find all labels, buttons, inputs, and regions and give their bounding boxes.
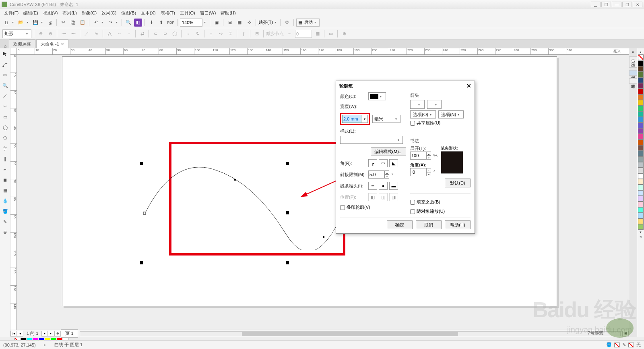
angle-input[interactable] <box>410 168 426 176</box>
page-tab-1[interactable]: 页 1 <box>61 329 78 338</box>
menu-window[interactable]: 窗口(W) <box>198 9 219 17</box>
arrow-options-right[interactable]: 选项(N)▾ <box>438 110 464 118</box>
color-swatch[interactable] <box>638 168 644 173</box>
round-cap-icon[interactable]: ● <box>379 182 388 190</box>
close-tab-icon[interactable]: ✕ <box>61 42 64 46</box>
ruler-origin[interactable] <box>10 48 17 55</box>
menu-bitmaps[interactable]: 位图(B) <box>119 9 138 17</box>
eyedropper-tool-icon[interactable]: 💧 <box>1 197 9 205</box>
docker-expand-icon[interactable]: « <box>632 50 634 54</box>
color-swatch[interactable] <box>638 202 644 207</box>
miter-corner-icon[interactable]: ┏ <box>368 159 377 167</box>
tab-doc1[interactable]: 未命名 -1✕ <box>36 39 68 48</box>
miter-limit-spinner[interactable]: ▴▾ <box>368 170 389 179</box>
palette-down-icon[interactable]: ▾ <box>640 230 642 234</box>
parallel-dim-icon[interactable]: ∥ <box>1 155 9 163</box>
align-nodes-icon[interactable]: ≡ <box>207 30 215 38</box>
menu-object[interactable]: 对象(C) <box>79 9 99 17</box>
home-icon[interactable]: ⌂ <box>2 44 9 48</box>
minimize-button[interactable]: — <box>612 2 621 7</box>
help-button[interactable]: 帮助(H) <box>445 220 471 229</box>
end-arrow-dropdown[interactable]: —▾ <box>427 100 442 109</box>
node-edit-mode-dropdown[interactable]: 矩形▾ <box>2 29 31 38</box>
paste-icon[interactable]: 📋 <box>78 19 87 27</box>
restore-group-button[interactable]: ❐ <box>601 2 611 7</box>
cut-icon[interactable]: ✂ <box>59 19 67 27</box>
dialog-close-icon[interactable]: ✕ <box>466 83 471 89</box>
color-swatch[interactable] <box>638 89 644 94</box>
selection-handle[interactable] <box>140 261 143 264</box>
close-button[interactable]: ✕ <box>633 2 642 7</box>
menu-tools[interactable]: 工具(O) <box>178 9 198 17</box>
reflect-v-icon[interactable]: ⇕ <box>226 30 234 38</box>
curve-node[interactable] <box>234 179 236 181</box>
extend-curve-icon[interactable]: ⊂ <box>151 30 159 38</box>
connector-tool-icon[interactable]: ⌐ <box>1 165 9 173</box>
polygon-tool-icon[interactable]: ⬠ <box>1 134 9 142</box>
overprint-checkbox[interactable]: 叠印轮廓(V) <box>340 204 406 210</box>
artistic-media-icon[interactable]: 〰 <box>1 102 9 110</box>
color-swatch[interactable] <box>638 190 644 196</box>
curve-node[interactable] <box>323 236 324 238</box>
line-style-dropdown[interactable]: ▾ <box>340 136 403 144</box>
start-arrow-dropdown[interactable]: —▾ <box>410 100 425 109</box>
menu-effects[interactable]: 效果(C) <box>99 9 119 17</box>
palette-up-icon[interactable]: ▴ <box>640 50 642 54</box>
stretch-input[interactable] <box>410 152 426 160</box>
palette-flyout-icon[interactable]: ◂ <box>640 235 642 239</box>
export-icon[interactable]: ⬆ <box>157 19 165 27</box>
selection-handle[interactable] <box>286 261 289 264</box>
guidelines-icon[interactable]: ⊹ <box>245 19 253 27</box>
quick-custom-icon[interactable]: ⊕ <box>340 30 348 38</box>
symm-node-icon[interactable]: ⌢ <box>125 30 133 38</box>
outline-color-dropdown[interactable]: ▾ <box>368 92 386 100</box>
round-corner-icon[interactable]: ◠ <box>379 159 388 167</box>
color-swatch[interactable] <box>638 94 644 100</box>
menu-table[interactable]: 表格(T) <box>158 9 178 17</box>
outline-width-input[interactable] <box>342 115 361 123</box>
first-page-icon[interactable]: |◂ <box>10 331 17 337</box>
color-swatch[interactable] <box>638 224 644 230</box>
search-icon[interactable]: 🔍 <box>124 19 132 27</box>
rectangle-tool-icon[interactable]: ▭ <box>1 113 9 121</box>
menu-text[interactable]: 文本(X) <box>138 9 158 17</box>
no-color-swatch[interactable] <box>638 54 644 60</box>
width-unit-dropdown[interactable]: 毫米▾ <box>372 115 400 123</box>
minimize-group-button[interactable]: ▁ <box>591 2 601 7</box>
next-page-icon[interactable]: ▸ <box>41 331 48 337</box>
selection-handle[interactable] <box>140 162 143 165</box>
prev-page-icon[interactable]: ◂ <box>17 331 23 337</box>
zoom-tool-icon[interactable]: 🔍 <box>1 81 9 89</box>
square-cap-icon[interactable]: ▬ <box>389 182 398 190</box>
undo-icon[interactable]: ↶ <box>92 19 100 27</box>
to-line-icon[interactable]: ／ <box>83 30 91 38</box>
color-swatch[interactable] <box>638 145 644 151</box>
ellipse-tool-icon[interactable]: ◯ <box>1 123 9 131</box>
color-swatch[interactable] <box>638 162 644 168</box>
launcher-dropdown[interactable]: ▤ 启动 ▾ <box>296 19 320 27</box>
color-swatch[interactable] <box>638 123 644 128</box>
bevel-corner-icon[interactable]: ◣ <box>389 159 398 167</box>
menu-edit[interactable]: 编辑(E) <box>21 9 41 17</box>
new-icon[interactable]: 🗋 <box>2 19 10 27</box>
color-swatch[interactable] <box>638 185 644 190</box>
open-icon[interactable]: 📂 <box>17 19 25 27</box>
reverse-dir-icon[interactable]: ⇄ <box>138 30 146 38</box>
cancel-button[interactable]: 取消 <box>416 220 442 229</box>
color-swatch[interactable] <box>638 179 644 185</box>
fill-tool-icon[interactable]: 🪣 <box>1 207 9 215</box>
import-icon[interactable]: ⬇ <box>147 19 155 27</box>
cusp-node-icon[interactable]: ⋀ <box>105 30 114 38</box>
quick-customize-icon[interactable]: ⊕ <box>1 228 9 236</box>
color-swatch[interactable] <box>638 156 644 162</box>
text-tool-icon[interactable]: 字 <box>1 144 9 152</box>
reflect-h-icon[interactable]: ⇔ <box>217 30 225 38</box>
stretch-nodes-icon[interactable]: ↔ <box>184 30 192 38</box>
copy-icon[interactable]: ⿻ <box>69 19 77 27</box>
share-attrs-checkbox[interactable]: 共享属性(U) <box>410 120 471 126</box>
color-swatch[interactable] <box>638 207 644 213</box>
edit-style-button[interactable]: 编辑样式(M)... <box>371 147 406 156</box>
docker-object-styles[interactable]: 对象样式 <box>629 78 637 84</box>
color-swatch[interactable] <box>638 196 644 202</box>
color-swatch[interactable] <box>638 60 644 66</box>
